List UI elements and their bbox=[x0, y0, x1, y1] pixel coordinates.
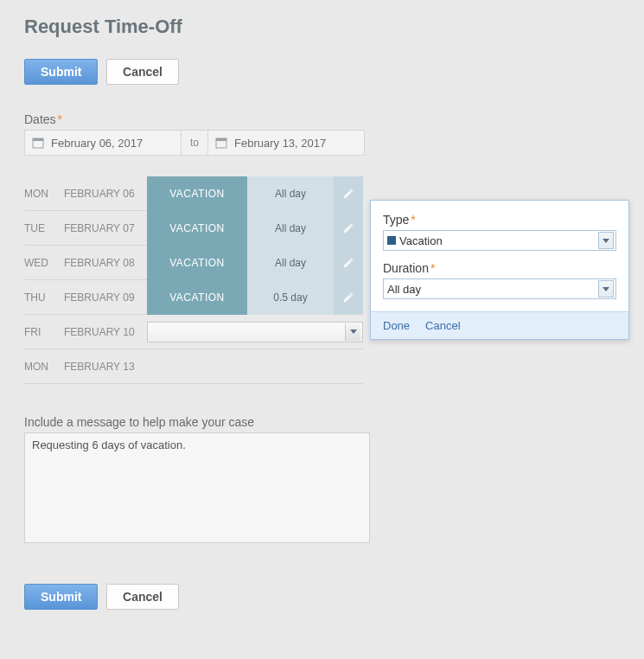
popover-duration-select[interactable]: All day bbox=[383, 278, 616, 299]
day-dow: MON bbox=[24, 361, 64, 373]
day-duration: All day bbox=[247, 211, 334, 246]
popover-done-link[interactable]: Done bbox=[383, 319, 410, 332]
message-label: Include a message to help make your case bbox=[24, 415, 620, 429]
bottom-button-row: Submit Cancel bbox=[24, 584, 620, 610]
popover-footer: Done Cancel bbox=[371, 311, 628, 339]
to-date-value: February 13, 2017 bbox=[234, 137, 326, 150]
dates-label-text: Dates bbox=[24, 112, 56, 126]
cancel-button[interactable]: Cancel bbox=[106, 59, 179, 85]
day-date: FEBRUARY 06 bbox=[64, 188, 147, 200]
message-textarea[interactable]: Requesting 6 days of vacation. bbox=[24, 432, 370, 543]
popover-type-label: Type* bbox=[383, 213, 616, 227]
day-date: FEBRUARY 09 bbox=[64, 291, 147, 304]
chevron-down-icon bbox=[598, 280, 614, 298]
day-row: MONFEBRUARY 13 bbox=[24, 349, 363, 384]
day-type-select[interactable] bbox=[147, 322, 363, 342]
day-row: FRIFEBRUARY 10 bbox=[24, 315, 363, 349]
chevron-down-icon bbox=[345, 323, 360, 341]
dates-label: Dates* bbox=[24, 112, 620, 126]
from-date-value: February 06, 2017 bbox=[51, 137, 143, 150]
svg-rect-3 bbox=[216, 138, 226, 141]
day-date: FEBRUARY 07 bbox=[64, 222, 147, 234]
to-date-input[interactable]: February 13, 2017 bbox=[207, 130, 365, 156]
day-type-badge: VACATION bbox=[147, 246, 247, 280]
edit-icon[interactable] bbox=[334, 246, 363, 280]
edit-popover: Type* Vacation Duration* All day Done Ca… bbox=[370, 200, 629, 340]
popover-type-label-text: Type bbox=[383, 213, 409, 227]
popover-type-value: Vacation bbox=[399, 234, 598, 247]
chevron-down-icon bbox=[598, 232, 614, 249]
from-date-input[interactable]: February 06, 2017 bbox=[24, 130, 182, 156]
popover-type-select[interactable]: Vacation bbox=[383, 230, 616, 251]
page-title: Request Time-Off bbox=[24, 16, 620, 38]
day-dow: FRI bbox=[24, 326, 64, 338]
popover-duration-value: All day bbox=[387, 283, 598, 296]
popover-duration-label: Duration* bbox=[383, 261, 616, 275]
day-dow: TUE bbox=[24, 222, 64, 234]
day-row: TUEFEBRUARY 07VACATIONAll day bbox=[24, 211, 363, 246]
svg-rect-1 bbox=[33, 138, 43, 141]
required-indicator: * bbox=[58, 112, 62, 126]
day-type-badge: VACATION bbox=[147, 211, 247, 246]
popover-duration-label-text: Duration bbox=[383, 261, 429, 275]
day-dow: WED bbox=[24, 257, 64, 269]
popover-cancel-link[interactable]: Cancel bbox=[425, 319, 460, 332]
type-color-swatch bbox=[387, 236, 396, 245]
dates-row: February 06, 2017 to February 13, 2017 bbox=[24, 130, 620, 156]
day-duration: 0.5 day bbox=[247, 280, 334, 315]
submit-button[interactable]: Submit bbox=[24, 59, 98, 85]
edit-icon[interactable] bbox=[334, 176, 363, 211]
day-date: FEBRUARY 10 bbox=[64, 326, 147, 338]
edit-icon[interactable] bbox=[334, 211, 363, 246]
day-duration: All day bbox=[247, 246, 334, 280]
cancel-button[interactable]: Cancel bbox=[106, 584, 179, 610]
day-row: THUFEBRUARY 09VACATION0.5 day bbox=[24, 280, 363, 315]
to-label: to bbox=[182, 130, 207, 156]
day-date: FEBRUARY 08 bbox=[64, 257, 147, 269]
calendar-icon bbox=[32, 137, 44, 149]
day-type-badge: VACATION bbox=[147, 176, 247, 211]
day-date: FEBRUARY 13 bbox=[64, 361, 147, 373]
day-dow: THU bbox=[24, 291, 64, 304]
required-indicator: * bbox=[430, 261, 435, 275]
day-row: WEDFEBRUARY 08VACATIONAll day bbox=[24, 246, 363, 280]
day-table: MONFEBRUARY 06VACATIONAll dayTUEFEBRUARY… bbox=[24, 176, 363, 384]
edit-icon[interactable] bbox=[334, 280, 363, 315]
calendar-icon bbox=[215, 137, 227, 149]
submit-button[interactable]: Submit bbox=[24, 584, 98, 610]
day-type-badge: VACATION bbox=[147, 280, 247, 315]
day-duration: All day bbox=[247, 176, 334, 211]
day-row: MONFEBRUARY 06VACATIONAll day bbox=[24, 176, 363, 211]
top-button-row: Submit Cancel bbox=[24, 59, 620, 85]
day-dow: MON bbox=[24, 188, 64, 200]
required-indicator: * bbox=[411, 213, 415, 227]
